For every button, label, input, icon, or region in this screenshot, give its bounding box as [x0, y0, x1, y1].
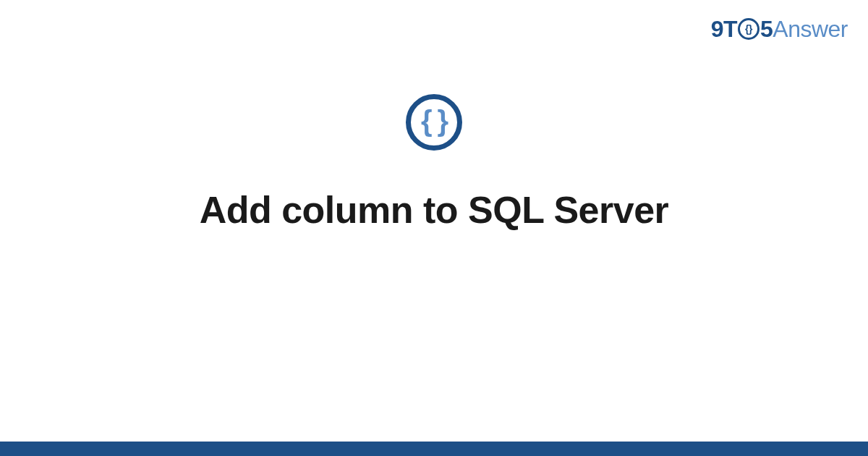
code-braces-icon: { } — [406, 94, 462, 151]
site-logo[interactable]: 9T {} 5 Answer — [711, 16, 848, 43]
logo-text-answer: Answer — [773, 16, 848, 43]
logo-text-9t: 9T — [711, 16, 737, 43]
logo-text-5: 5 — [760, 16, 773, 43]
logo-circle-icon: {} — [738, 18, 760, 40]
footer-bar — [0, 442, 868, 456]
logo-circle-braces: {} — [745, 24, 752, 34]
braces-glyph: { } — [421, 106, 447, 135]
page-title: Add column to SQL Server — [0, 188, 868, 232]
